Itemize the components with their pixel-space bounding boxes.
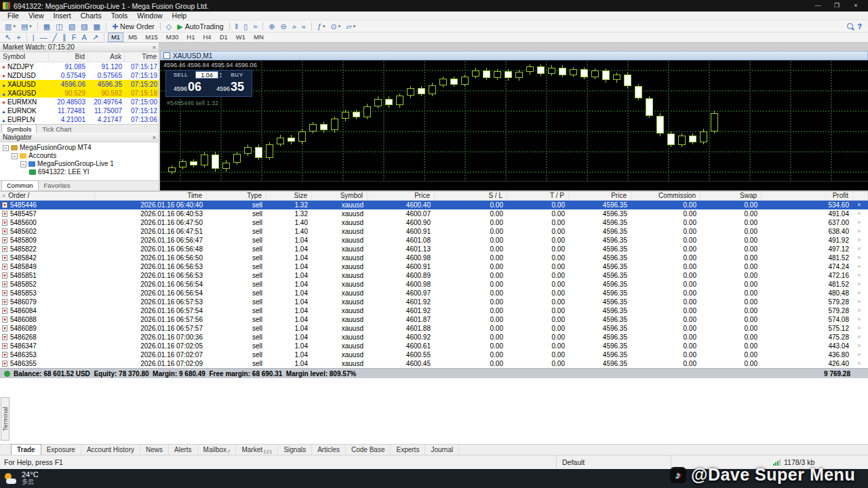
terminal-column-t-p[interactable]: T / P: [507, 192, 569, 200]
buy-button[interactable]: 4596 35: [209, 79, 252, 96]
menu-item-tools[interactable]: Tools: [106, 12, 133, 20]
terminal-tab-market[interactable]: Market121: [236, 445, 278, 455]
close-position-icon[interactable]: ×: [853, 289, 868, 298]
close-position-icon[interactable]: ×: [853, 253, 868, 262]
terminal-column-order-[interactable]: ×Order /: [0, 192, 95, 200]
vertical-line-tool-button[interactable]: |: [31, 33, 37, 42]
bars-mode-button[interactable]: ‖: [233, 22, 241, 31]
status-profile[interactable]: Default: [556, 455, 671, 469]
terminal-tab-articles[interactable]: Articles: [312, 445, 346, 455]
mw-column-symbol[interactable]: Symbol: [0, 52, 49, 62]
terminal-tab-trade[interactable]: Trade: [11, 444, 41, 455]
menu-item-window[interactable]: Window: [132, 12, 167, 20]
close-position-icon[interactable]: ×: [853, 350, 868, 359]
sell-button[interactable]: 4596 06: [166, 79, 209, 96]
timeframe-mn[interactable]: MN: [250, 33, 267, 42]
terminal-tab-experts[interactable]: Experts: [391, 445, 425, 455]
terminal-toggle-button[interactable]: ▨: [79, 22, 90, 31]
order-row-5486089[interactable]: 54860892026.01.16 06:57:57sell1.04xauusd…: [0, 324, 868, 333]
terminal-close-icon[interactable]: ×: [2, 192, 5, 200]
navigator-tab-common[interactable]: Common: [1, 180, 39, 190]
market-watch-row-nzdusd[interactable]: ▼NZDUSD0.575490.5756507:15:19: [0, 71, 159, 80]
close-position-icon[interactable]: ×: [853, 201, 868, 209]
close-position-icon[interactable]: ×: [853, 209, 868, 218]
profiles-button[interactable]: ▤▾: [19, 22, 34, 31]
order-row-5485853[interactable]: 54858532026.01.16 06:56:54sell1.04xauusd…: [0, 289, 868, 298]
navigator-node[interactable]: 6941322: LEE YI: [0, 168, 159, 176]
close-position-icon[interactable]: ×: [853, 315, 868, 324]
close-position-icon[interactable]: ×: [853, 280, 868, 289]
terminal-column-commission[interactable]: Commission: [631, 192, 701, 200]
chart-shift-button[interactable]: «: [300, 22, 308, 31]
lot-size-input[interactable]: 1.04: [195, 71, 218, 79]
zoom-out-button[interactable]: ⊖: [278, 22, 288, 31]
close-position-icon[interactable]: ×: [853, 324, 868, 333]
market-watch-close-icon[interactable]: ×: [153, 44, 156, 51]
order-row-5485457[interactable]: 54854572026.01.16 06:40:53sell1.32xauusd…: [0, 209, 868, 218]
terminal-column-price[interactable]: Price: [569, 192, 631, 200]
market-watch-row-eurmxn[interactable]: ▼EURMXN20.4850320.4976407:15:00: [0, 98, 159, 106]
navigator-node[interactable]: −MegaFusionGroup MT4: [0, 144, 159, 152]
close-position-icon[interactable]: ×: [853, 359, 868, 368]
fibonacci-tool-button[interactable]: F: [70, 33, 79, 42]
terminal-column-type[interactable]: Type: [207, 192, 267, 200]
auto-scroll-button[interactable]: »: [290, 22, 298, 31]
close-position-icon[interactable]: ×: [853, 271, 868, 280]
menu-item-insert[interactable]: Insert: [49, 12, 76, 20]
cursor-tool-button[interactable]: ↖: [3, 33, 13, 42]
terminal-column-size[interactable]: Size: [267, 192, 312, 200]
horizontal-line-tool-button[interactable]: —: [38, 33, 50, 42]
search-icon[interactable]: [847, 23, 853, 29]
terminal-tab-journal[interactable]: Journal: [425, 445, 459, 455]
close-position-icon[interactable]: ×: [853, 218, 868, 227]
mw-column-ask[interactable]: Ask: [88, 52, 125, 62]
order-row-5485809[interactable]: 54858092026.01.16 06:56:47sell1.04xauusd…: [0, 236, 868, 245]
candles-mode-button[interactable]: ▯: [241, 22, 250, 31]
order-row-5486079[interactable]: 54860792026.01.16 06:57:53sell1.04xauusd…: [0, 298, 868, 306]
channel-tool-button[interactable]: ∥: [60, 33, 68, 42]
terminal-side-tab[interactable]: Terminal: [1, 397, 9, 441]
templates-button[interactable]: ▱▾: [344, 22, 357, 31]
timeframe-h4[interactable]: H4: [199, 33, 214, 42]
timeframe-m15[interactable]: M15: [142, 33, 161, 42]
order-row-5485842[interactable]: 54858422026.01.16 06:56:50sell1.04xauusd…: [0, 253, 868, 262]
close-position-icon[interactable]: ×: [853, 306, 868, 315]
strategy-tester-button[interactable]: ▩: [91, 22, 102, 31]
navigator-close-icon[interactable]: ×: [153, 134, 156, 141]
terminal-column-time[interactable]: Time: [95, 192, 207, 200]
zoom-in-button[interactable]: ⊕: [267, 22, 277, 31]
order-row-5485600[interactable]: 54856002026.01.16 06:47:50sell1.40xauusd…: [0, 218, 868, 227]
order-row-5485602[interactable]: 54856022026.01.16 06:47:51sell1.40xauusd…: [0, 227, 868, 236]
terminal-column-price[interactable]: Price: [368, 192, 435, 200]
order-row-5486347[interactable]: 54863472026.01.16 07:02:05sell1.04xauusd…: [0, 342, 868, 350]
timeframe-d1[interactable]: D1: [216, 33, 231, 42]
minimize-button[interactable]: —: [808, 0, 827, 12]
order-row-5485446[interactable]: 54854462026.01.16 06:40:40sell1.32xauusd…: [0, 201, 868, 209]
order-row-5486088[interactable]: 54860882026.01.16 06:57:56sell1.04xauusd…: [0, 315, 868, 324]
navigator-toggle-button[interactable]: ▧: [66, 22, 77, 31]
navigator-tab-favorites[interactable]: Favorites: [39, 180, 76, 190]
menu-item-help[interactable]: Help: [167, 12, 192, 20]
order-row-5485852[interactable]: 54858522026.01.16 06:56:54sell1.04xauusd…: [0, 280, 868, 289]
trendline-tool-button[interactable]: ╱: [51, 33, 60, 42]
mw-column-bid[interactable]: Bid: [49, 52, 88, 62]
mw-column-time[interactable]: Time: [125, 52, 160, 62]
order-row-5486268[interactable]: 54862682026.01.16 07:00:36sell1.04xauusd…: [0, 333, 868, 342]
menu-item-charts[interactable]: Charts: [76, 12, 106, 20]
order-row-5486355[interactable]: 54863552026.01.16 07:02:09sell1.04xauusd…: [0, 359, 868, 368]
text-tool-button[interactable]: A: [79, 33, 88, 42]
new-chart-button[interactable]: ▥▾: [3, 22, 18, 31]
terminal-column-s-l[interactable]: S / L: [435, 192, 507, 200]
tree-collapse-icon[interactable]: −: [3, 145, 9, 151]
terminal-tab-alerts[interactable]: Alerts: [169, 445, 198, 455]
indicators-button[interactable]: ƒ▾: [315, 22, 328, 31]
order-row-5486084[interactable]: 54860842026.01.16 06:57:54sell1.04xauusd…: [0, 306, 868, 315]
close-position-icon[interactable]: ×: [853, 262, 868, 271]
line-mode-button[interactable]: ≈: [251, 22, 259, 31]
close-button[interactable]: ×: [846, 0, 865, 12]
chart-plot-area[interactable]: 4596.46 4596.84 4595.94 4596.06 SELL 1.0…: [160, 60, 868, 181]
close-position-icon[interactable]: ×: [853, 236, 868, 245]
terminal-tab-mailbox[interactable]: Mailbox7: [198, 445, 237, 455]
close-position-icon[interactable]: ×: [853, 298, 868, 306]
maximize-button[interactable]: ❐: [827, 0, 846, 12]
